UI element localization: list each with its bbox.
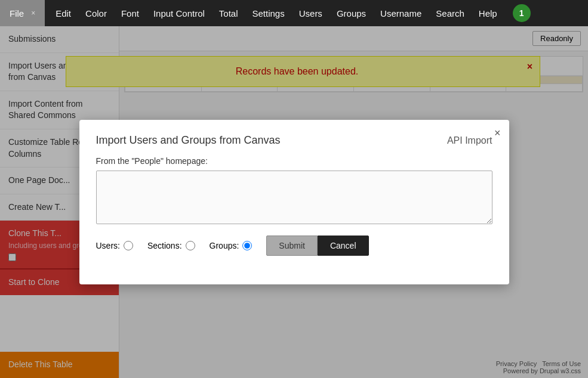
user-avatar[interactable]: 1: [513, 4, 531, 22]
nav-item-font[interactable]: Font: [115, 0, 145, 26]
nav-item-users[interactable]: Users: [293, 0, 328, 26]
main-layout: Submissions Import Users and Groups from…: [0, 26, 588, 378]
radio-group-users: Users:: [96, 241, 133, 250]
nav-item-color[interactable]: Color: [79, 0, 113, 26]
modal-overlay: Import Users and Groups from Canvas API …: [0, 26, 588, 378]
cancel-button[interactable]: Cancel: [318, 236, 369, 256]
nav-item-username[interactable]: Username: [374, 0, 427, 26]
modal: Import Users and Groups from Canvas API …: [79, 120, 509, 284]
radio-group-sections: Sections:: [147, 241, 195, 250]
modal-subtitle: API Import: [447, 135, 492, 146]
radio-sections-input[interactable]: [186, 241, 195, 250]
file-label: File: [10, 8, 24, 18]
radio-sections-label: Sections:: [147, 241, 182, 250]
radio-users-label: Users:: [96, 241, 120, 250]
nav-item-settings[interactable]: Settings: [247, 0, 291, 26]
file-tab[interactable]: File ×: [0, 0, 45, 26]
modal-header: Import Users and Groups from Canvas API …: [96, 134, 492, 147]
nav-item-help[interactable]: Help: [473, 0, 503, 26]
top-nav: File × Edit Color Font Input Control Tot…: [0, 0, 588, 26]
nav-item-groups[interactable]: Groups: [331, 0, 372, 26]
nav-item-input-control[interactable]: Input Control: [147, 0, 211, 26]
radio-users-input[interactable]: [124, 241, 133, 250]
submit-button[interactable]: Submit: [266, 236, 318, 256]
nav-item-edit[interactable]: Edit: [50, 0, 77, 26]
radio-group-groups: Groups:: [210, 241, 253, 250]
file-tab-close-icon[interactable]: ×: [31, 9, 35, 17]
modal-radio-row: Users: Sections: Groups: Submit Cancel: [96, 236, 492, 256]
modal-title: Import Users and Groups from Canvas: [96, 134, 281, 147]
radio-groups-input[interactable]: [242, 241, 252, 250]
modal-textarea[interactable]: [96, 171, 492, 224]
radio-groups-label: Groups:: [210, 241, 239, 250]
modal-from-label: From the "People" homepage:: [96, 156, 492, 166]
nav-item-total[interactable]: Total: [213, 0, 244, 26]
nav-item-search[interactable]: Search: [430, 0, 470, 26]
modal-btn-row: Submit Cancel: [266, 236, 368, 256]
nav-items: Edit Color Font Input Control Total Sett…: [45, 0, 507, 26]
modal-close-icon[interactable]: ×: [494, 127, 501, 140]
